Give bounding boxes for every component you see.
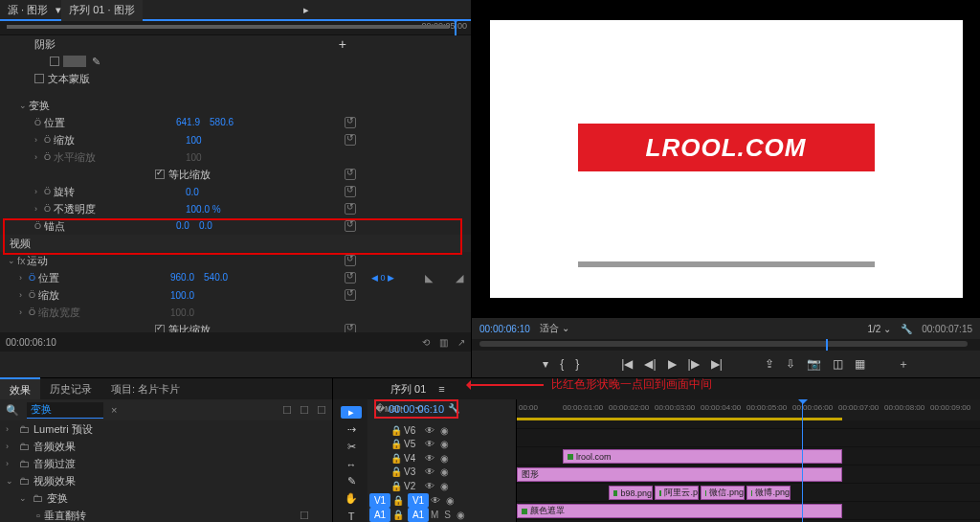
reset-anchor[interactable] <box>345 220 356 232</box>
lift-icon[interactable]: ⇪ <box>765 357 774 371</box>
clip-fill-v2[interactable]: 颜色遮罩 <box>517 504 842 518</box>
mute-v6[interactable]: ◉ <box>440 425 449 436</box>
program-monitor-canvas[interactable]: LROOL.COM <box>472 0 980 318</box>
preset-accel-icon[interactable]: ☐ <box>317 404 326 417</box>
tab-history[interactable]: 历史记录 <box>40 378 101 400</box>
prop-shadow[interactable]: 阴影 <box>34 37 167 52</box>
step-back-icon[interactable]: ◀| <box>644 357 656 371</box>
effects-search-input[interactable] <box>27 402 103 419</box>
pm-tc-left[interactable]: 00:00:06:10 <box>479 324 530 334</box>
stopwatch-opacity[interactable]: Ö <box>44 204 54 214</box>
clip-weibo[interactable]: 微博.png <box>746 486 791 500</box>
tool-selection[interactable]: ▸ <box>341 406 362 419</box>
track-target-v1[interactable]: V1 <box>408 493 429 508</box>
stopwatch-motion-position[interactable]: Ö <box>29 273 38 283</box>
clip-weixin[interactable]: 微信.png <box>701 486 745 500</box>
rotation-value[interactable]: 0.0 <box>186 187 272 197</box>
ec-mini-timeline[interactable] <box>7 25 449 29</box>
tool-type[interactable]: T <box>341 510 362 522</box>
reset-rotation[interactable] <box>345 186 356 197</box>
reset-position[interactable] <box>345 117 356 128</box>
button-editor-icon[interactable]: ＋ <box>898 356 909 373</box>
goto-out-icon[interactable]: ▶| <box>711 357 723 371</box>
tree-lumetri[interactable]: Lumetri 预设 <box>33 422 93 437</box>
work-area-bar[interactable] <box>517 418 842 420</box>
timeline-playhead[interactable] <box>802 399 803 522</box>
pm-scrollbar[interactable] <box>479 341 968 347</box>
reset-opacity[interactable] <box>345 203 356 215</box>
stopwatch-scale[interactable]: Ö <box>44 135 54 145</box>
textmask-checkbox[interactable] <box>34 74 44 83</box>
fx-vflip[interactable]: 垂直翻转 <box>44 509 86 523</box>
timeline-timecode[interactable]: 00:00:06:10 <box>389 403 444 415</box>
track-target-a1[interactable]: A1 <box>408 508 429 522</box>
tab-project[interactable]: 项目: 名片卡片 <box>101 378 189 400</box>
step-fwd-icon[interactable]: |▶ <box>688 357 700 371</box>
timeline-ruler[interactable]: 00:00 00:00:01:00 00:00:02:00 00:00:03:0… <box>517 399 980 420</box>
track-label-v4[interactable]: V4 <box>404 453 425 464</box>
stopwatch-rotation[interactable]: Ö <box>44 187 54 196</box>
ec-menu-arrow[interactable]: ▸ <box>143 4 471 16</box>
source-v1[interactable]: V1 <box>369 493 390 508</box>
safe-margin-icon[interactable]: ▦ <box>855 357 865 371</box>
pm-res-dropdown[interactable]: 1/2 ⌄ <box>867 324 891 334</box>
tree-videofx[interactable]: 视频效果 <box>33 474 76 488</box>
ec-toggle-icon[interactable]: ▥ <box>439 337 448 348</box>
motion-position-value[interactable]: 960.0 540.0 <box>170 271 256 284</box>
clip-shape[interactable]: 图形 <box>517 467 842 482</box>
reset-uniform[interactable] <box>345 169 356 180</box>
mark-out-icon[interactable]: } <box>575 357 579 371</box>
mute-a1[interactable]: M <box>431 510 438 520</box>
reset-motion-scale[interactable] <box>345 289 356 301</box>
tool-pen[interactable]: ✎ <box>341 475 362 488</box>
ec-mini-playhead[interactable] <box>455 21 457 35</box>
keyframe-nav[interactable]: ◀ 0 ▶ <box>371 273 394 283</box>
stopwatch-position[interactable]: Ö <box>34 118 44 127</box>
preset-32-icon[interactable]: ☐ <box>282 404 292 417</box>
track-label-v2[interactable]: V2 <box>404 481 425 491</box>
track-label-v3[interactable]: V3 <box>404 466 425 477</box>
sequence-tab[interactable]: 序列 01 · 图形 <box>61 0 142 21</box>
reset-scale[interactable] <box>345 134 356 146</box>
extract-icon[interactable]: ⇩ <box>786 357 795 371</box>
reset-motion-pos[interactable] <box>345 272 356 284</box>
compare-icon[interactable]: ◫ <box>833 357 843 371</box>
timeline-tab-seq[interactable]: 序列 01 ≡ <box>371 378 455 400</box>
preset-yuv-icon[interactable]: ☐ <box>300 404 309 417</box>
tool-ripple[interactable]: ✂ <box>341 441 362 453</box>
shadow-enable-checkbox[interactable] <box>50 57 59 66</box>
add-icon[interactable]: + <box>339 36 346 52</box>
play-icon[interactable]: ▶ <box>668 357 677 371</box>
bezier-out-icon[interactable]: ◢ <box>456 272 463 284</box>
motion-uniform-checkbox[interactable] <box>155 325 165 332</box>
group-transform[interactable]: 变换 <box>29 99 161 113</box>
add-marker-icon[interactable]: ▾ <box>543 357 548 371</box>
clip-b98[interactable]: b98.png <box>609 486 653 500</box>
reset-motion-uniform[interactable] <box>345 324 356 332</box>
motion-scale-value[interactable]: 100.0 <box>170 290 256 301</box>
position-value[interactable]: 641.9 580.6 <box>176 116 262 129</box>
clip-lrool[interactable]: lrool.com <box>563 449 842 464</box>
lock-v6[interactable]: 🔒 <box>390 425 404 436</box>
reset-motion[interactable] <box>345 255 356 266</box>
stopwatch-anchor[interactable]: Ö <box>34 221 44 231</box>
anchor-value[interactable]: 0.0 0.0 <box>176 219 262 233</box>
tree-audiofx[interactable]: 音频效果 <box>33 440 76 454</box>
opacity-value[interactable]: 100.0 % <box>186 204 272 215</box>
goto-in-icon[interactable]: |◀ <box>621 357 633 371</box>
uniform-scale-checkbox[interactable] <box>155 170 165 179</box>
pm-playhead[interactable] <box>826 339 828 351</box>
shadow-color-swatch[interactable] <box>63 56 86 67</box>
pm-fit-dropdown[interactable]: 适合 ⌄ <box>540 322 569 335</box>
track-label-v5[interactable]: V5 <box>404 439 425 449</box>
clear-search-icon[interactable]: × <box>111 404 117 416</box>
tab-effects[interactable]: 效果 <box>0 377 40 401</box>
tool-hand[interactable]: ✋ <box>341 492 362 505</box>
eyedropper-icon[interactable]: ✎ <box>92 56 100 68</box>
bezier-in-icon[interactable]: ◣ <box>425 272 433 284</box>
tool-slip[interactable]: ↔ <box>341 458 362 470</box>
clip-aly[interactable]: 阿里云.p <box>655 486 699 500</box>
tool-track-select[interactable]: ⇢ <box>341 423 362 436</box>
source-tab[interactable]: 源 · 图形 <box>0 0 56 21</box>
toggle-output-v6[interactable]: 👁 <box>425 425 434 436</box>
